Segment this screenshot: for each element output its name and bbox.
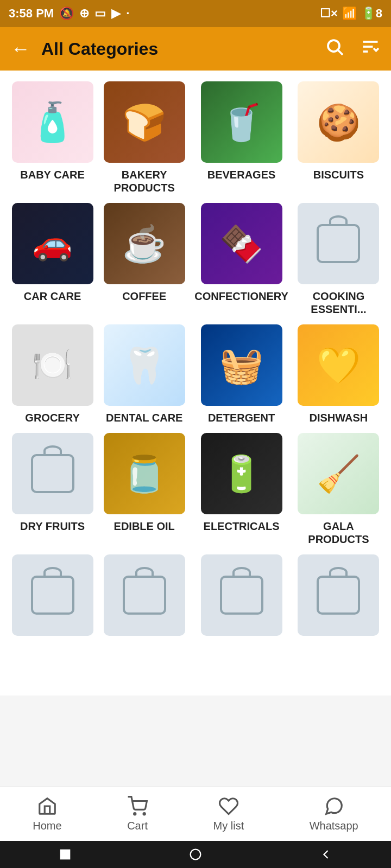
page-title: All Categories (41, 39, 308, 59)
status-right: ☐× 📶 🔋8 (320, 7, 382, 21)
svg-point-6 (143, 813, 145, 815)
category-item-placeholder2[interactable] (103, 554, 186, 641)
categories-grid: 🧴BABY CARE🍞BAKERY PRODUCTS🥤BEVERAGES🍪BIS… (11, 81, 380, 641)
svg-line-1 (338, 50, 343, 55)
category-item-coffee[interactable]: ☕COFFEE (103, 203, 186, 316)
svg-point-0 (328, 40, 339, 52)
search-button[interactable] (325, 37, 344, 61)
category-label-dry-fruits: DRY FRUITS (20, 520, 85, 533)
categories-container: 🧴BABY CARE🍞BAKERY PRODUCTS🥤BEVERAGES🍪BIS… (0, 71, 391, 695)
category-label-beverages: BEVERAGES (207, 168, 276, 181)
category-label-cooking-essentials: COOKING ESSENTI... (297, 290, 380, 316)
svg-rect-7 (60, 850, 71, 860)
sys-stop-button[interactable] (54, 844, 76, 865)
category-label-bakery-products: BAKERY PRODUCTS (103, 168, 186, 194)
category-item-bakery-products[interactable]: 🍞BAKERY PRODUCTS (103, 81, 186, 194)
category-item-car-care[interactable]: 🚗CAR CARE (11, 203, 94, 316)
wifi-icon: 📶 (342, 7, 357, 21)
category-item-placeholder3[interactable] (194, 554, 288, 641)
category-item-placeholder4[interactable] (297, 554, 380, 641)
back-button[interactable]: ← (11, 37, 30, 60)
nav-mylist[interactable]: My list (213, 796, 244, 832)
sys-home-button[interactable] (185, 844, 206, 865)
category-item-confectionery[interactable]: 🍫CONFECTIONERY (194, 203, 288, 316)
nav-mylist-label: My list (213, 820, 244, 832)
status-bar: 3:58 PM 🔕 ⊕ ▭ ▶ · ☐× 📶 🔋8 (0, 0, 391, 27)
svg-point-5 (134, 813, 136, 815)
category-item-cooking-essentials[interactable]: COOKING ESSENTI... (297, 203, 380, 316)
battery-icon: ⊕ (79, 7, 89, 21)
bottom-nav: Home Cart My list Whatsapp (0, 787, 391, 841)
category-item-placeholder1[interactable] (11, 554, 94, 641)
nav-cart-label: Cart (127, 820, 148, 832)
sim-icon: ☐× (320, 7, 338, 21)
category-item-electricals[interactable]: 🔋ELECTRICALS (194, 433, 288, 546)
category-item-beverages[interactable]: 🥤BEVERAGES (194, 81, 288, 194)
category-item-biscuits[interactable]: 🍪BISCUITS (297, 81, 380, 194)
svg-point-8 (191, 850, 201, 860)
category-label-dental-care: DENTAL CARE (106, 411, 182, 424)
category-label-gala-products: GALA PRODUCTS (297, 520, 380, 546)
category-item-baby-care[interactable]: 🧴BABY CARE (11, 81, 94, 194)
category-label-edible-oil: EDIBLE OIL (114, 520, 175, 533)
battery-level: 🔋8 (361, 7, 382, 21)
screen-icon: ▭ (94, 7, 106, 21)
category-item-dental-care[interactable]: 🦷DENTAL CARE (103, 324, 186, 424)
sort-button[interactable] (361, 37, 380, 61)
category-item-dry-fruits[interactable]: DRY FRUITS (11, 433, 94, 546)
category-label-biscuits: BISCUITS (313, 168, 364, 181)
nav-whatsapp[interactable]: Whatsapp (310, 796, 358, 832)
category-label-coffee: COFFEE (122, 290, 166, 303)
category-label-electricals: ELECTRICALS (204, 520, 280, 533)
category-item-detergent[interactable]: 🧺DETERGENT (194, 324, 288, 424)
category-item-gala-products[interactable]: 🧹GALA PRODUCTS (297, 433, 380, 546)
category-item-edible-oil[interactable]: 🫙EDIBLE OIL (103, 433, 186, 546)
play-icon: ▶ (111, 7, 121, 21)
dot-icon: · (126, 7, 129, 21)
category-label-confectionery: CONFECTIONERY (194, 290, 288, 303)
category-label-detergent: DETERGENT (208, 411, 275, 424)
sys-back-button[interactable] (315, 844, 337, 865)
category-label-car-care: CAR CARE (24, 290, 81, 303)
category-item-grocery[interactable]: 🍽️GROCERY (11, 324, 94, 424)
status-left: 3:58 PM 🔕 ⊕ ▭ ▶ · (9, 7, 129, 21)
nav-home[interactable]: Home (33, 796, 61, 832)
nav-whatsapp-label: Whatsapp (310, 820, 358, 832)
nav-home-label: Home (33, 820, 61, 832)
category-item-dishwash[interactable]: 💛DISHWASH (297, 324, 380, 424)
time: 3:58 PM (9, 7, 54, 21)
notification-icon: 🔕 (59, 7, 74, 21)
system-bar (0, 841, 391, 868)
header: ← All Categories (0, 27, 391, 71)
category-label-dishwash: DISHWASH (310, 411, 368, 424)
category-label-grocery: GROCERY (25, 411, 79, 424)
nav-cart[interactable]: Cart (127, 796, 148, 832)
category-label-baby-care: BABY CARE (20, 168, 85, 181)
